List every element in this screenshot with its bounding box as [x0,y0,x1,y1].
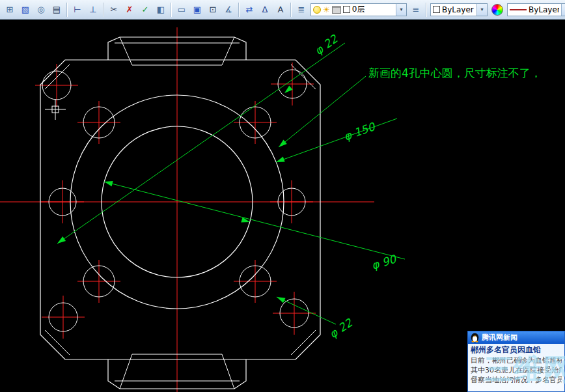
linetype-combo-arrow[interactable]: ▾ [561,4,565,16]
color-value: ByLayer [442,5,475,14]
news-popup-titlebar[interactable]: 腾讯网新闻 [468,331,564,344]
layer-plot-icon [332,6,341,14]
dim-text-top-hole[interactable]: φ 22 [312,32,341,57]
current-color-swatch [433,6,440,13]
flange-outline[interactable] [40,60,320,359]
dim-settings-icon[interactable]: ⊞ [3,3,17,17]
layers-icon[interactable]: ≣ [294,3,309,17]
color-combo[interactable]: ByLayer ▾ [430,3,488,16]
paste-icon[interactable]: ▭ [174,3,189,17]
dim-line-bottom-hole[interactable] [277,297,336,324]
crosshair-cursor [45,99,66,120]
dimension-arrowheads [56,85,293,303]
qq-penguin-icon [471,333,479,343]
news-popup-title: 腾讯网新闻 [482,333,517,343]
linetype-combo[interactable]: ByLayer ▾ [507,3,565,16]
confirm-icon[interactable]: ✓ [138,3,152,17]
delete-icon[interactable]: ✗ [122,3,137,17]
linetype-value: ByLayer [529,5,559,14]
layer-name: 0层 [352,4,394,15]
annotation-text[interactable]: 新画的4孔中心圆，尺寸标注不了， [368,66,542,79]
zoom-circle-icon[interactable]: ◎ [34,3,48,17]
text-style-icon[interactable]: A [273,3,288,17]
toolbar-separator [290,3,292,17]
dim-text-bolt-circle[interactable]: φ 150 [342,119,378,143]
toolbar-separator [238,3,240,17]
news-popup[interactable]: 腾讯网新闻 郴州多名官员因血铅 目前，郴州已确诊为血铅超标人 其中30名患儿在医… [467,331,565,392]
dim-linear-icon[interactable]: ⊢ [70,3,85,17]
dim-text-bottom-hole[interactable]: φ 22 [327,316,355,341]
toolbar-separator [426,3,427,17]
dim-text-inner-dia[interactable]: φ 90 [370,252,399,272]
corner-chamfer-lines[interactable] [45,64,316,355]
news-line: 督察当地治污情况，多名官员因 [471,375,562,385]
arrowhead [275,294,285,303]
arrowhead [277,140,286,150]
linetype-sample [510,9,527,10]
color-combo-arrow[interactable]: ▾ [476,4,487,16]
toolbar-separator [171,3,172,17]
color-wheel-icon[interactable] [491,4,503,16]
arrowhead [282,85,292,95]
block-icon[interactable]: ▣ [190,3,204,17]
layer-combo[interactable]: ☀ 0层 ▾ [310,3,407,16]
stretch-icon[interactable]: ◧ [154,3,168,17]
layer-previous-icon[interactable]: ≡ [409,3,423,17]
toolbar-separator [103,3,104,17]
sheet-icon[interactable]: ▤ [49,3,64,17]
crosshair-lines [45,99,66,120]
dim-angle-icon[interactable]: Δ [258,3,272,17]
dim-line-bolt-circle[interactable] [276,119,397,162]
swap-icon[interactable]: ⇄ [242,3,256,17]
news-line: 目前，郴州已确诊为血铅超标人 [471,356,562,365]
dim-ordinate-icon[interactable]: ⊥ [86,3,100,17]
trim-icon[interactable]: ✂ [107,3,121,17]
layer-color-swatch [343,6,350,13]
layer-thaw-sun-icon: ☀ [323,6,330,14]
news-popup-body: 郴州多名官员因血铅 目前，郴州已确诊为血铅超标人 其中30名患儿在医院接受治疗，… [468,344,564,385]
layer-on-bulb-icon [313,6,321,14]
arrowhead [56,236,66,245]
news-headline[interactable]: 郴州多名官员因血铅 [471,344,562,356]
toolbar: ⊞ ▧ ◎ ▤ ⊢ ⊥ ✂ ✗ ✓ ◧ ▭ ▣ ⊡ ∡ ⇄ Δ A ≣ ☀ 0层… [0,0,565,20]
insert-object-icon[interactable]: ⊡ [206,3,220,17]
news-line: 其中30名患儿在医院接受治疗， [471,365,562,375]
angle-measure-icon[interactable]: ∡ [221,3,236,17]
hole-center-marks[interactable] [35,63,316,339]
toolbar-separator [66,3,68,17]
dim-line-top-hole[interactable] [57,43,345,244]
view-cube-icon[interactable]: ▧ [18,3,33,17]
layer-combo-arrow[interactable]: ▾ [396,4,406,16]
dim-line-inner-dia[interactable] [104,182,405,259]
